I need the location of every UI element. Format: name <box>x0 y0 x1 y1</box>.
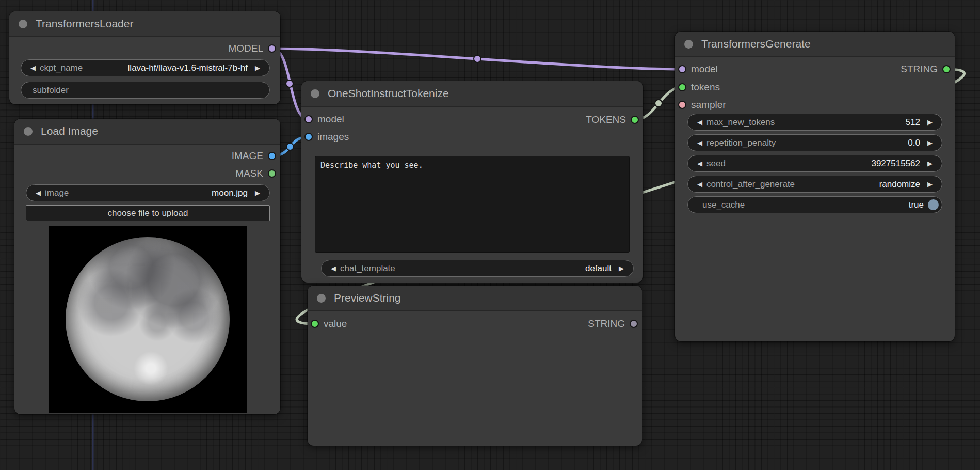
combo-left-arrow-icon[interactable]: ◀ <box>33 189 44 197</box>
node-title: Load Image <box>41 125 98 137</box>
use-cache-toggle[interactable]: use_cache true <box>687 196 942 213</box>
node-oneshotinstructtokenize[interactable]: OneShotInstructTokenize model images TOK… <box>301 81 643 283</box>
control-after-generate-combo[interactable]: ◀ control_after_generate randomize ▶ <box>687 176 942 193</box>
input-slot-model[interactable]: model <box>678 64 718 74</box>
repetition-penalty-number[interactable]: ◀ repetition_penalty 0.0 ▶ <box>687 134 942 151</box>
input-dot-sampler[interactable] <box>678 101 686 109</box>
node-title: PreviewString <box>334 292 401 304</box>
widget-label: chat_template <box>340 263 395 274</box>
output-dot-string[interactable] <box>630 320 638 328</box>
output-slot-string[interactable]: STRING <box>901 64 951 74</box>
decrement-arrow-icon[interactable]: ◀ <box>694 118 705 126</box>
input-slot-images[interactable]: images <box>304 132 349 142</box>
input-dot-images[interactable] <box>304 133 313 141</box>
output-dot-model[interactable] <box>268 44 276 53</box>
image-combo[interactable]: ◀ image moon.jpg ▶ <box>26 184 270 201</box>
prompt-text: Describe what you see. <box>320 161 423 170</box>
widget-label: ckpt_name <box>40 63 83 73</box>
node-title: TransformersLoader <box>36 18 133 30</box>
increment-arrow-icon[interactable]: ▶ <box>924 139 936 147</box>
node-transformersgenerate[interactable]: TransformersGenerate model tokens sample… <box>675 32 955 341</box>
widget-label: control_after_generate <box>706 179 795 190</box>
decrement-arrow-icon[interactable]: ◀ <box>694 160 705 167</box>
node-title-bar[interactable]: Load Image <box>14 119 280 145</box>
output-dot-tokens[interactable] <box>631 116 639 124</box>
combo-right-arrow-icon[interactable]: ▶ <box>924 180 936 188</box>
increment-arrow-icon[interactable]: ▶ <box>924 160 936 167</box>
toggle-knob-icon[interactable] <box>928 199 939 210</box>
input-label: sampler <box>691 99 726 111</box>
prompt-textarea[interactable]: Describe what you see. <box>315 156 630 253</box>
widget-value: moon.jpg <box>207 188 252 198</box>
input-dot-model[interactable] <box>678 65 686 73</box>
choose-file-button[interactable]: choose file to upload <box>26 205 270 221</box>
input-label: value <box>324 318 347 330</box>
output-label: IMAGE <box>232 150 263 162</box>
chat-template-combo[interactable]: ◀ chat_template default ▶ <box>321 260 634 277</box>
input-dot-value[interactable] <box>311 320 319 328</box>
input-label: tokens <box>691 82 720 93</box>
combo-left-arrow-icon[interactable]: ◀ <box>694 180 705 188</box>
widget-label: subfolder <box>33 85 69 96</box>
output-label: MASK <box>235 168 263 179</box>
widget-value: true <box>905 200 928 210</box>
node-title-bar[interactable]: OneShotInstructTokenize <box>301 81 643 107</box>
widget-label: repetition_penalty <box>706 138 776 148</box>
node-previewstring[interactable]: PreviewString value STRING <box>308 286 642 446</box>
seed-number[interactable]: ◀ seed 3927515562 ▶ <box>687 155 942 172</box>
output-slot-string[interactable]: STRING <box>588 319 638 329</box>
combo-right-arrow-icon[interactable]: ▶ <box>252 64 263 72</box>
widget-value: 0.0 <box>904 138 924 148</box>
collapse-dot-icon[interactable] <box>19 20 27 28</box>
ckpt-name-combo[interactable]: ◀ ckpt_name llava-hf/llava-v1.6-mistral-… <box>21 59 270 76</box>
button-label: choose file to upload <box>108 208 188 218</box>
combo-right-arrow-icon[interactable]: ▶ <box>252 189 263 197</box>
widget-label: image <box>45 188 69 198</box>
output-slot-model[interactable]: MODEL <box>228 43 276 54</box>
collapse-dot-icon[interactable] <box>684 40 693 49</box>
combo-left-arrow-icon[interactable]: ◀ <box>27 64 39 72</box>
output-dot-mask[interactable] <box>268 169 276 178</box>
node-load-image[interactable]: Load Image IMAGE MASK ◀ image moon.jpg ▶… <box>14 119 280 414</box>
node-graph-canvas[interactable]: TransformersLoader MODEL ◀ ckpt_name lla… <box>0 0 980 470</box>
input-slot-tokens[interactable]: tokens <box>678 82 720 92</box>
node-title: OneShotInstructTokenize <box>328 87 449 100</box>
widget-value: 3927515562 <box>867 159 924 169</box>
collapse-dot-icon[interactable] <box>311 89 319 98</box>
link-midpoint-dot <box>286 143 294 150</box>
output-label: TOKENS <box>586 114 626 126</box>
input-slot-sampler[interactable]: sampler <box>678 100 726 110</box>
node-transformersloader[interactable]: TransformersLoader MODEL ◀ ckpt_name lla… <box>9 11 280 104</box>
output-slot-tokens[interactable]: TOKENS <box>586 115 639 125</box>
widget-label: use_cache <box>702 200 745 210</box>
node-title-bar[interactable]: PreviewString <box>308 286 642 311</box>
node-title-bar[interactable]: TransformersLoader <box>9 11 280 37</box>
output-label: STRING <box>901 64 938 75</box>
input-dot-model[interactable] <box>304 115 313 123</box>
input-slot-model[interactable]: model <box>304 114 344 124</box>
subfolder-text-field[interactable]: subfolder <box>21 82 270 99</box>
input-label: model <box>691 64 718 75</box>
combo-right-arrow-icon[interactable]: ▶ <box>616 264 627 272</box>
decrement-arrow-icon[interactable]: ◀ <box>694 139 705 147</box>
node-title-bar[interactable]: TransformersGenerate <box>675 32 955 57</box>
combo-left-arrow-icon[interactable]: ◀ <box>328 264 339 272</box>
widget-value: randomize <box>875 179 924 190</box>
link-midpoint-dot <box>474 55 481 62</box>
output-slot-mask[interactable]: MASK <box>235 168 276 179</box>
input-dot-tokens[interactable] <box>678 83 686 91</box>
node-title: TransformersGenerate <box>701 38 811 50</box>
increment-arrow-icon[interactable]: ▶ <box>924 118 936 126</box>
widget-label: max_new_tokens <box>706 117 775 128</box>
output-slot-image[interactable]: IMAGE <box>232 151 276 161</box>
max-new-tokens-number[interactable]: ◀ max_new_tokens 512 ▶ <box>687 114 942 131</box>
collapse-dot-icon[interactable] <box>317 294 326 303</box>
link-midpoint-dot <box>655 100 662 107</box>
output-dot-string[interactable] <box>942 65 951 73</box>
image-preview <box>49 226 247 413</box>
input-slot-value[interactable]: value <box>311 319 347 329</box>
input-label: model <box>317 114 344 125</box>
widget-value: 512 <box>902 117 924 128</box>
collapse-dot-icon[interactable] <box>24 127 33 136</box>
output-dot-image[interactable] <box>268 152 276 160</box>
